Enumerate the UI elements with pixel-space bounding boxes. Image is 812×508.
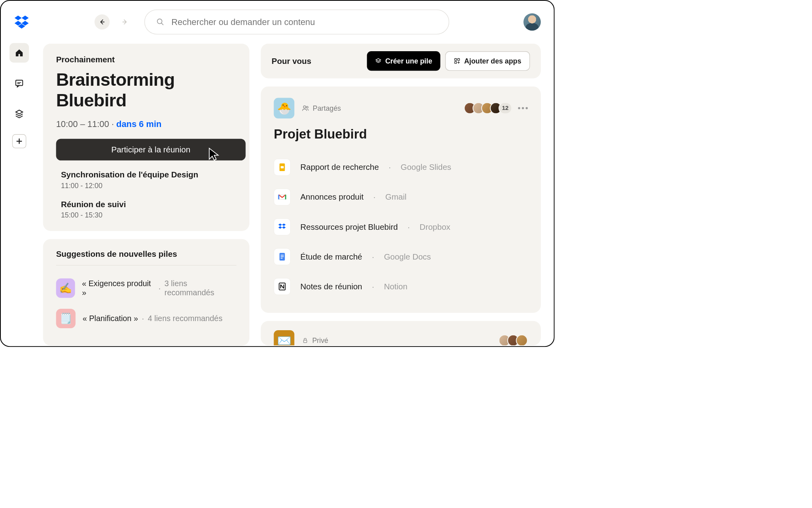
stack-card-bluebird[interactable]: 🐣 Partagés 12 Projet Bluebird Rapport d [261, 87, 541, 313]
meeting-time: 11:00 - 12:00 [61, 182, 237, 190]
suggestions-section: Suggestions de nouvelles piles ✍️ « Exig… [43, 239, 249, 345]
svg-rect-12 [281, 258, 283, 259]
search-icon [156, 18, 164, 26]
meeting-time: 15:00 - 15:30 [61, 211, 237, 219]
file-name: Étude de marché [300, 252, 362, 261]
google-docs-icon [274, 248, 291, 265]
nav-arrows [94, 14, 132, 29]
meeting-title: Réunion de suivi [61, 200, 237, 209]
file-source: Google Slides [401, 163, 452, 172]
stack-emoji-icon: 🐣 [274, 98, 295, 119]
suggestion-item[interactable]: ✍️ « Exigences produit » · 3 liens recom… [56, 273, 236, 303]
suggestion-name: « Planification » [82, 314, 138, 323]
upcoming-card: Prochainement Brainstorming Bluebird 10:… [43, 44, 249, 231]
notion-icon [274, 278, 291, 295]
svg-point-6 [306, 106, 308, 108]
svg-rect-8 [281, 166, 284, 169]
upcoming-label: Prochainement [56, 55, 236, 64]
file-name: Rapport de recherche [300, 163, 379, 172]
file-source: Notion [384, 282, 407, 291]
plus-icon [15, 137, 24, 146]
stack-title: Projet Bluebird [274, 127, 528, 142]
file-row[interactable]: Rapport de recherche · Google Slides [274, 152, 528, 182]
svg-rect-4 [455, 62, 457, 64]
file-row[interactable]: Ressources projet Bluebird · Dropbox [274, 212, 528, 242]
layers-plus-icon [375, 58, 381, 64]
notepad-emoji-icon: 🗒️ [56, 309, 75, 328]
suggestion-detail: 4 liens recommandés [148, 314, 222, 323]
avatar [516, 335, 528, 345]
collaborator-avatars[interactable]: 12 [467, 102, 528, 114]
arrow-right-icon [121, 18, 128, 25]
arrow-left-icon [99, 18, 106, 25]
forward-button[interactable] [117, 14, 132, 29]
meeting-item[interactable]: Réunion de suivi 15:00 - 15:30 [56, 200, 236, 219]
search-input[interactable] [171, 17, 437, 27]
event-countdown: dans 6 min [116, 119, 161, 129]
home-icon [15, 48, 24, 58]
file-row[interactable]: Annonces produit · Gmail [274, 182, 528, 212]
svg-point-5 [303, 106, 306, 108]
file-name: Notes de réunion [300, 282, 362, 291]
gmail-icon [274, 189, 291, 205]
topbar [1, 1, 554, 43]
rail-add[interactable] [12, 134, 27, 148]
meeting-item[interactable]: Synchronisation de l'équipe Design 11:00… [56, 170, 236, 190]
stack-emoji-icon: ✉️ [274, 330, 295, 345]
svg-rect-11 [281, 256, 284, 257]
google-slides-icon [274, 159, 291, 175]
create-stack-button[interactable]: Créer une pile [367, 51, 440, 71]
shared-badge: Partagés [302, 104, 341, 112]
dropbox-icon [274, 218, 291, 235]
people-icon [302, 105, 309, 112]
file-row[interactable]: Étude de marché · Google Docs [274, 242, 528, 271]
svg-rect-1 [16, 80, 23, 86]
chat-icon [15, 79, 24, 88]
layers-icon [15, 109, 24, 118]
suggestion-detail: 3 liens recommandés [165, 279, 236, 297]
svg-rect-10 [281, 255, 284, 256]
add-apps-button[interactable]: Ajouter des apps [445, 51, 530, 71]
meeting-title: Synchronisation de l'équipe Design [61, 170, 237, 179]
rail-messages[interactable] [10, 73, 29, 93]
writing-emoji-icon: ✍️ [56, 278, 75, 298]
file-source: Dropbox [419, 222, 450, 231]
suggestion-item[interactable]: 🗒️ « Planification » · 4 liens recommand… [56, 303, 236, 333]
left-column: Prochainement Brainstorming Bluebird 10:… [43, 44, 249, 346]
svg-rect-3 [458, 59, 460, 61]
lock-icon [302, 337, 308, 344]
svg-point-0 [157, 19, 162, 24]
private-badge: Privé [302, 336, 328, 344]
rail-stacks[interactable] [10, 104, 29, 123]
suggestion-name: « Exigences produit » [82, 279, 155, 297]
file-row[interactable]: Notes de réunion · Notion [274, 271, 528, 301]
for-you-title: Pour vous [272, 56, 311, 65]
join-meeting-button[interactable]: Participer à la réunion [56, 139, 245, 161]
svg-rect-14 [304, 340, 307, 343]
event-time-range: 10:00 – 11:00 [56, 119, 109, 129]
event-time: 10:00 – 11:00 · dans 6 min [56, 119, 236, 129]
apps-grid-icon [454, 58, 460, 64]
svg-rect-2 [455, 59, 457, 61]
more-menu-button[interactable] [518, 107, 528, 109]
collaborator-avatars[interactable] [502, 335, 528, 345]
search-bar[interactable] [144, 10, 449, 35]
stack-card-private[interactable]: ✉️ Privé [261, 321, 541, 345]
suggestions-label: Suggestions de nouvelles piles [56, 249, 236, 265]
user-avatar[interactable] [523, 13, 541, 31]
dropbox-logo-icon[interactable] [14, 14, 30, 30]
rail-home[interactable] [10, 43, 29, 63]
for-you-header: Pour vous Créer une pile Ajouter des app… [261, 44, 541, 78]
back-button[interactable] [94, 14, 109, 29]
app-window: Prochainement Brainstorming Bluebird 10:… [0, 0, 555, 347]
file-name: Annonces produit [300, 192, 363, 202]
file-name: Ressources projet Bluebird [300, 222, 398, 231]
event-title: Brainstorming Bluebird [56, 69, 236, 110]
file-source: Google Docs [384, 252, 431, 261]
right-column: Pour vous Créer une pile Ajouter des app… [261, 44, 541, 345]
file-source: Gmail [385, 192, 407, 202]
left-rail [8, 43, 30, 148]
avatar-overflow-count: 12 [498, 102, 512, 114]
